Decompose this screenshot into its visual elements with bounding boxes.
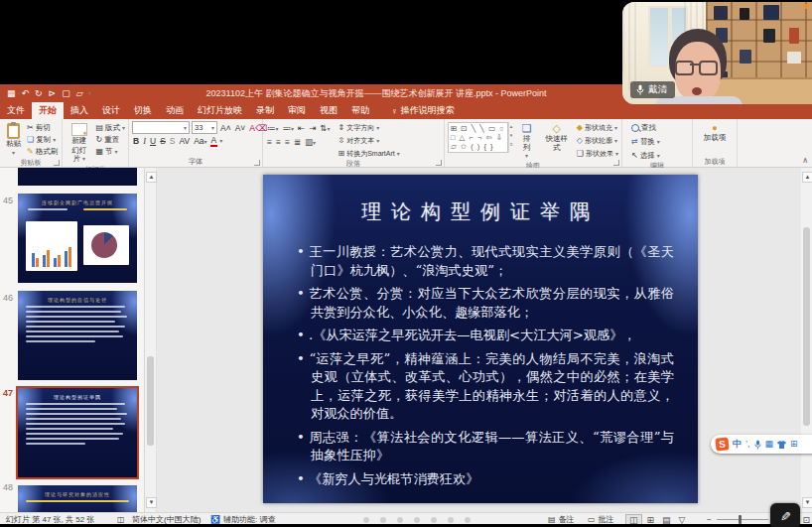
tab-transitions[interactable]: 切换 bbox=[127, 102, 159, 119]
redo-icon[interactable]: ↻ bbox=[35, 89, 43, 98]
reading-view-button[interactable]: ▤ bbox=[659, 515, 674, 525]
toolbox-icon[interactable]: ⊞ bbox=[790, 440, 798, 449]
scroll-up-arrow[interactable]: ▲ bbox=[146, 172, 157, 183]
convert-smartart-button[interactable]: ⊞转换为SmartArt▾ bbox=[338, 148, 399, 159]
tab-home[interactable]: 开始 bbox=[32, 102, 64, 119]
slideshow-view-button[interactable]: ▽ bbox=[676, 515, 689, 525]
new-file-icon[interactable]: ▢ bbox=[62, 89, 70, 98]
char-spacing-button[interactable]: AV bbox=[178, 136, 191, 146]
shape-effects-button[interactable]: ❑形状效果▾ bbox=[577, 148, 618, 159]
slide-sorter-button[interactable]: ⊞ bbox=[644, 515, 658, 525]
tab-insert[interactable]: 插入 bbox=[64, 102, 95, 119]
grow-font-button[interactable]: A˄ bbox=[219, 123, 232, 133]
underline-button[interactable]: U bbox=[149, 136, 157, 146]
slide-body-text[interactable]: 王一川教授：艺术公赏力、现代式现实主义美学原则（《圣天门口》杭九枫）、“浪淘式史… bbox=[297, 243, 674, 488]
shrink-font-button[interactable]: A˅ bbox=[234, 123, 247, 133]
thumbnail-scrollbar[interactable]: ▲ ▼ bbox=[145, 168, 157, 512]
shapes-gallery-scroll[interactable]: ▴▾≡ bbox=[508, 122, 514, 153]
shape-outline-button[interactable]: ◇形状轮廓▾ bbox=[577, 135, 618, 146]
slide-title[interactable]: 理论构型例证举隅 bbox=[263, 198, 698, 225]
numbering-button[interactable]: ≕▾ bbox=[282, 123, 296, 133]
tell-me-search[interactable]: ♀ 操作说明搜索 bbox=[384, 102, 462, 119]
replace-button[interactable]: ⇄替换▾ bbox=[631, 136, 660, 147]
increase-indent-button[interactable]: ⇥ bbox=[308, 123, 317, 133]
tab-design[interactable]: 设计 bbox=[95, 102, 127, 119]
scrollbar-thumb[interactable] bbox=[147, 356, 154, 446]
align-right-button[interactable]: ≡ bbox=[284, 137, 291, 147]
italic-button[interactable]: I bbox=[142, 136, 147, 146]
columns-button[interactable]: ▥▾ bbox=[304, 137, 317, 147]
arrange-button[interactable]: ❏ 排列▾ bbox=[517, 122, 537, 161]
align-text-button[interactable]: ⇳对齐文本▾ bbox=[338, 135, 399, 146]
skin-icon[interactable] bbox=[777, 441, 786, 449]
align-left-button[interactable]: ≡ bbox=[266, 137, 273, 147]
save-icon[interactable]: ▦ bbox=[7, 89, 16, 98]
tab-record[interactable]: 录制 bbox=[249, 102, 281, 119]
strikethrough-button[interactable]: S bbox=[159, 136, 167, 146]
customize-qat-icon[interactable]: ▾ bbox=[89, 90, 92, 96]
shadow-button[interactable]: S bbox=[169, 136, 177, 146]
text-direction-button[interactable]: ⇕文字方向▾ bbox=[338, 122, 399, 133]
paste-icon bbox=[7, 123, 20, 139]
thumbnail-slide-46[interactable]: 理论构型的自信与途径 bbox=[18, 291, 137, 380]
voice-input-icon[interactable] bbox=[754, 440, 761, 450]
shape-fill-button[interactable]: ◆形状填充▾ bbox=[577, 122, 618, 133]
shapes-gallery[interactable]: ⊞ ⊡ ╲ ╲ ▭ ○ □ △ ⌐ ¬ ⇦ ⇩ ▱ ✩ ( ) { } ▴▾≡ bbox=[448, 122, 514, 153]
thumbnail-slide-47[interactable]: 理论构型例证举隅 bbox=[18, 388, 137, 477]
thumbnail-slide-45[interactable]: 连续剧全网剧广电运营开掘 bbox=[18, 194, 137, 283]
paste-button[interactable]: 粘贴▾ bbox=[3, 122, 24, 158]
new-slide-button[interactable]: 新建 幻灯片 ▾ bbox=[66, 122, 92, 165]
font-size-combo[interactable]: 33▾ bbox=[192, 121, 217, 134]
chinese-mode-icon[interactable]: 中 bbox=[733, 440, 742, 449]
slide-scrollbar[interactable]: ▲ ▼ bbox=[801, 168, 812, 512]
scroll-up-arrow[interactable]: ▲ bbox=[802, 172, 812, 183]
align-center-button[interactable]: ≡ bbox=[275, 137, 282, 147]
justify-button[interactable]: ≣ bbox=[293, 137, 302, 147]
tab-file[interactable]: 文件 bbox=[0, 102, 32, 119]
zoom-out-button[interactable]: − bbox=[707, 515, 712, 524]
screen: ▦ ↶ ↻ ⊳ ▢ ▱ ▾ 20231102上午 剧集论题确立与视角开掘——围绕… bbox=[0, 0, 812, 527]
reset-button[interactable]: ↻重置 bbox=[95, 134, 125, 145]
drawing-dialog-launcher[interactable] bbox=[613, 160, 619, 166]
font-dialog-launcher[interactable] bbox=[254, 160, 260, 166]
bullets-button[interactable]: ≔▾ bbox=[266, 123, 280, 133]
keyboard-icon[interactable]: ▦ bbox=[765, 440, 774, 449]
copy-button[interactable]: ❏复制▾ bbox=[27, 134, 58, 145]
cut-button[interactable]: ✂剪切 bbox=[27, 122, 58, 133]
collapse-ribbon-chevron[interactable]: ∧ bbox=[802, 156, 808, 165]
punctuation-icon[interactable]: ’, bbox=[745, 440, 750, 449]
zoom-slider-handle[interactable] bbox=[739, 515, 742, 524]
addins-button[interactable]: ● 加载项 bbox=[701, 122, 730, 144]
font-color-button[interactable]: A bbox=[210, 135, 218, 147]
line-spacing-button[interactable]: ⇅▾ bbox=[319, 123, 331, 133]
tab-help[interactable]: 帮助 bbox=[344, 102, 376, 119]
slideshow-icon[interactable]: ⊳ bbox=[49, 89, 57, 98]
thumbnail-slide-48[interactable]: 理论与研究对象的适应性 bbox=[18, 485, 137, 512]
undo-icon[interactable]: ↶ bbox=[22, 89, 30, 98]
tab-review[interactable]: 审阅 bbox=[281, 102, 313, 119]
find-button[interactable]: 查找 bbox=[631, 122, 660, 133]
layout-button[interactable]: ▤版式▾ bbox=[95, 122, 125, 133]
screen-annotation-pen-tool[interactable]: ✎ bbox=[770, 503, 800, 527]
change-case-button[interactable]: Aa▾ bbox=[193, 136, 207, 146]
clipboard-dialog-launcher[interactable] bbox=[54, 160, 60, 166]
bold-button[interactable]: B bbox=[132, 136, 140, 146]
scroll-down-arrow[interactable]: ▼ bbox=[802, 497, 812, 508]
format-painter-button[interactable]: ✎格式刷 bbox=[27, 146, 58, 157]
decrease-indent-button[interactable]: ⇤ bbox=[297, 123, 306, 133]
zoom-slider[interactable] bbox=[717, 519, 768, 520]
font-name-combo[interactable]: ▾ bbox=[132, 121, 190, 134]
sogou-logo[interactable]: S bbox=[715, 437, 729, 451]
paragraph-dialog-launcher[interactable] bbox=[436, 160, 442, 166]
scrollbar-thumb[interactable] bbox=[803, 227, 810, 426]
tab-animations[interactable]: 动画 bbox=[159, 102, 191, 119]
thumbnail-slide-44-partial[interactable] bbox=[18, 168, 137, 186]
current-slide[interactable]: 理论构型例证举隅 王一川教授：艺术公赏力、现代式现实主义美学原则（《圣天门口》杭… bbox=[263, 175, 698, 503]
tab-view[interactable]: 视图 bbox=[313, 102, 344, 119]
tab-slideshow[interactable]: 幻灯片放映 bbox=[191, 102, 249, 119]
scroll-down-arrow[interactable]: ▼ bbox=[146, 497, 157, 508]
quick-styles-button[interactable]: ◇ 快速样式 bbox=[540, 122, 574, 153]
section-button[interactable]: ▦节▾ bbox=[95, 146, 125, 157]
open-folder-icon[interactable]: ▱ bbox=[76, 89, 83, 98]
select-button[interactable]: ↖选择▾ bbox=[631, 150, 660, 161]
